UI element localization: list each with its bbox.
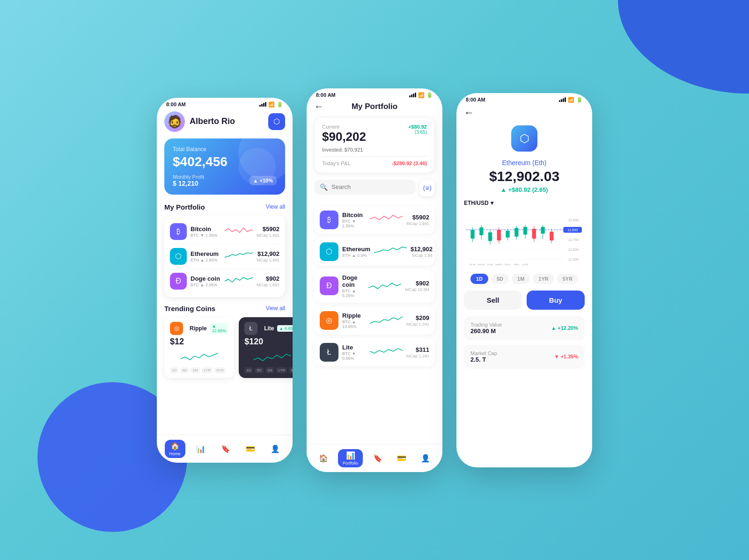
profit-badge: ▲ +10% [250, 176, 277, 185]
trending-card-ripple[interactable]: ◎ Ripple ▲ 12.65% $12 1D 5D 1M 1YR 5YR [164, 317, 234, 378]
svg-text:SUN: SUN [469, 263, 476, 265]
tf-1m[interactable]: 1M [512, 274, 530, 284]
trending-section-header: Trending Coins View all [164, 305, 285, 313]
balance-footer: Monthly Profit $ 12,210 ▲ +10% [173, 174, 277, 187]
status-icons-left: 📶 🔋 [259, 102, 283, 108]
center-lite-info: Lite BTC ▼ 0.55% [342, 344, 366, 361]
back-button-center[interactable]: ← [314, 101, 323, 112]
nav-home-label: Home [169, 451, 181, 456]
tf-1d[interactable]: 1D [470, 274, 488, 284]
market-cap-change: ▼ +1.35% [554, 354, 578, 359]
ripple-icon: ◎ [170, 322, 183, 335]
center-phone-content: ← My Portfolio Current $90,202 +$80.92 (… [307, 100, 442, 465]
nav-chart[interactable]: 📊 [191, 443, 210, 455]
phone-left: 8:00 AM 📶 🔋 🧔 Alberto Rio [157, 98, 293, 463]
signal-bar-4 [265, 102, 266, 107]
ethereum-price: $12,902 [257, 250, 279, 257]
center-coin-bitcoin[interactable]: ₿ Bitcoin BTC ▼ 1.55% $5902 MCap 1,491 [314, 206, 435, 234]
action-buttons: Sell Buy [464, 291, 585, 310]
svg-text:12,600: 12,600 [568, 247, 579, 251]
portfolio-view-all[interactable]: View all [266, 204, 285, 210]
nav-profile[interactable]: 👤 [266, 443, 285, 455]
bitcoin-price-info: $5902 MCap 1,491 [257, 225, 279, 238]
portfolio-left: Current $90,202 [322, 124, 366, 144]
svg-text:12,700: 12,700 [568, 238, 579, 242]
portfolio-pl-row: Today's P&L -$280.92 (3.46) [322, 160, 427, 166]
coin-detail-section: ⬡ Ethereum (Eth) $12,902.03 ▲ +$80.92 (2… [464, 125, 585, 193]
candlestick-svg: 12,800 12,900 12,700 12,600 12,500 [466, 214, 583, 265]
doge-mcap: MCap 1,491 [257, 283, 279, 287]
portfolio-section-title: My Portfolio [164, 203, 205, 211]
center-doge-info: Doge coin BTC ▲ 5.25% [342, 274, 365, 298]
center-doge-chart [368, 278, 401, 293]
cnav-wallet-icon: 💳 [397, 454, 406, 463]
market-cap-label: Market Cap [470, 350, 497, 356]
search-bar: 🔍 [314, 180, 416, 195]
market-cap-section: Market Cap 2.5. T ▼ +1.35% [464, 345, 585, 369]
tf-5yr[interactable]: 5YR [557, 274, 578, 284]
center-coin-doge[interactable]: Ð Doge coin BTC ▲ 5.25% $902 MCap 10.9M [314, 269, 435, 303]
cnav-bookmark[interactable]: 🔖 [368, 452, 387, 465]
pl-label: Today's P&L [322, 160, 351, 166]
svg-text:12,500: 12,500 [568, 257, 579, 261]
cnav-profile[interactable]: 👤 [416, 452, 435, 465]
trending-view-all[interactable]: View all [266, 305, 285, 312]
center-ripple-sub: BTC ▲ 13.65% [342, 320, 366, 329]
ethereum-info: Ethereum ETH ▲ 2.65% [191, 250, 221, 262]
portfolio-section-header: My Portfolio View all [164, 203, 285, 211]
signal-bars [259, 102, 266, 107]
market-cap-value: 2.5. T [470, 356, 497, 363]
search-input[interactable] [331, 183, 410, 190]
center-doge-icon: Ð [320, 276, 338, 295]
portfolio-coin-bitcoin[interactable]: ₿ Bitcoin BTC ▼ 1.55% $5902 MCap 1,491 [170, 219, 279, 244]
bottom-nav-center: 🏠 📊 Portfolio 🔖 💳 👤 [307, 444, 442, 472]
portfolio-coin-ethereum[interactable]: ⬡ Ethereum ETH ▲ 2.65% $12,902 MCap 1,49… [170, 244, 279, 269]
left-phone-content: 🧔 Alberto Rio ⬡ Total Balance $402,456 M… [157, 109, 293, 456]
timeframe-buttons: 1D 5D 1M 1YR 5YR [464, 274, 585, 284]
cnav-wallet[interactable]: 💳 [392, 452, 411, 465]
center-bitcoin-chart [370, 212, 403, 227]
trending-card-lite[interactable]: Ł Lite ▲ 6.65% $120 1D 5D 1M 1YR 5YR [239, 317, 293, 378]
current-label: Current [322, 124, 366, 130]
center-ripple-name: Ripple [342, 312, 366, 319]
filter-button[interactable]: ⟨≡⟩ [419, 180, 435, 196]
nav-bookmark[interactable]: 🔖 [216, 443, 235, 455]
cnav-home[interactable]: 🏠 [314, 452, 333, 465]
notification-button[interactable]: ⬡ [268, 113, 285, 130]
status-time-left: 8:00 AM [166, 102, 186, 107]
center-lite-price-info: $311 MCap 1.241 [406, 346, 429, 358]
tf-1yr[interactable]: 1YR [533, 274, 554, 284]
back-button-right[interactable]: ← [464, 107, 474, 118]
ripple-timeframes: 1D 5D 1M 1YR 5YR [170, 367, 228, 373]
pair-selector[interactable]: ETH/USD ▾ [464, 200, 585, 206]
center-coin-list: ₿ Bitcoin BTC ▼ 1.55% $5902 MCap 1,491 [314, 206, 435, 366]
tf-5d[interactable]: 5D [491, 274, 509, 284]
filter-icon: ⟨≡⟩ [423, 184, 431, 192]
doge-sub: BTC ▲ 2.65% [191, 283, 221, 287]
center-coin-ripple[interactable]: ◎ Ripple BTC ▲ 13.65% $209 MCap 1.241 [314, 306, 435, 335]
trending-lite-badge: ▲ 6.65% [277, 325, 293, 332]
chart-svg-area: 12,800 12,900 12,700 12,600 12,500 [466, 214, 583, 267]
center-coin-lite[interactable]: Ł Lite BTC ▼ 0.55% $311 MCap 1.241 [314, 338, 435, 366]
center-ethereum-info: Ethereum ETH ▲ 5.3% [342, 246, 370, 258]
center-doge-sub: BTC ▲ 5.25% [342, 289, 365, 298]
svg-text:FRI: FRI [514, 263, 519, 265]
trading-value-label: Trading Value [470, 322, 502, 327]
portfolio-coin-doge[interactable]: Ð Doge coin BTC ▲ 2.65% $902 MCap 1,491 [170, 269, 279, 293]
svg-rect-31 [550, 232, 553, 240]
buy-button[interactable]: Buy [527, 291, 585, 310]
avatar: 🧔 [164, 111, 185, 132]
trending-ripple-header: ◎ Ripple ▲ 12.65% [170, 322, 228, 335]
svg-rect-21 [506, 231, 509, 238]
nav-home[interactable]: 🏠 Home [165, 440, 185, 458]
svg-text:12,900: 12,900 [568, 218, 579, 222]
trending-lite-name: Lite [264, 325, 274, 332]
nav-wallet[interactable]: 💳 [241, 443, 260, 455]
cnav-portfolio-label: Portfolio [343, 461, 358, 465]
ethereum-icon: ⬡ [170, 248, 187, 265]
center-coin-ethereum[interactable]: ⬡ Ethereum ETH ▲ 5.3% $12,902 MCap 1.86 [314, 238, 435, 266]
svg-text:THU: THU [505, 263, 511, 265]
trading-value-section: Trading Value 260.90 M ▲ +12.20% [464, 316, 585, 340]
sell-button[interactable]: Sell [464, 291, 522, 310]
cnav-portfolio[interactable]: 📊 Portfolio [338, 449, 363, 467]
